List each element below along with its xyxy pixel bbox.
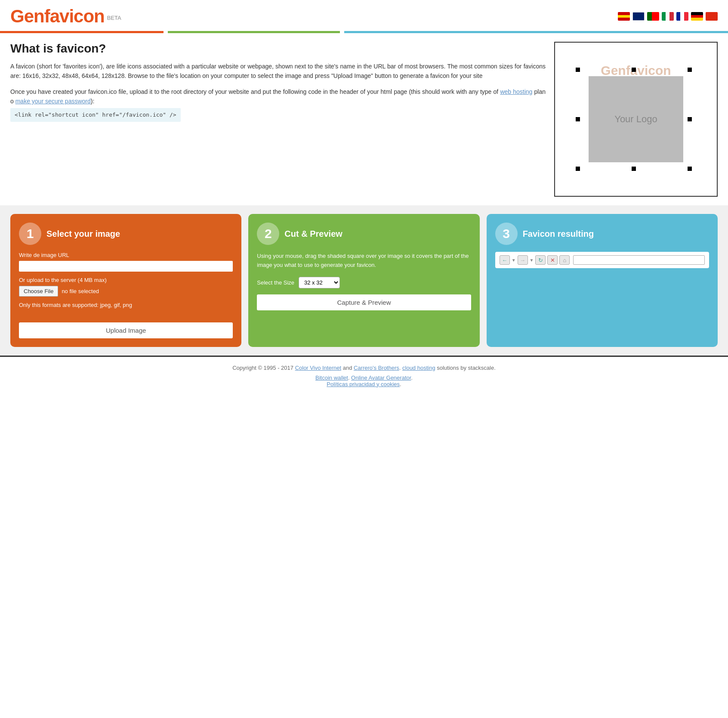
flag-cn[interactable] xyxy=(706,12,718,21)
handle-tr[interactable] xyxy=(688,68,692,72)
intro-paragraph1: A favicon (short for 'favorites icon'), … xyxy=(10,62,546,81)
steps-section: 1 Select your image Write de image URL O… xyxy=(0,205,728,356)
handle-bc[interactable] xyxy=(632,167,636,171)
step-2-title: Cut & Preview xyxy=(284,229,342,239)
handle-tl[interactable] xyxy=(576,68,580,72)
step-3-title: Favicon resulting xyxy=(523,229,594,239)
choose-file-button[interactable]: Choose File xyxy=(19,286,58,297)
intro-section: What is favicon? A favicon (short for 'f… xyxy=(10,42,546,197)
footer-suffix: solutions by stackscale. xyxy=(435,365,496,371)
language-flags xyxy=(618,12,718,21)
bar-orange xyxy=(0,31,163,33)
step-2-number: 2 xyxy=(257,223,279,245)
preview-box: Genfavicon Your Logo xyxy=(554,42,718,197)
flag-fr[interactable] xyxy=(676,12,688,21)
browser-refresh-button[interactable]: ↻ xyxy=(535,255,546,265)
upload-image-button[interactable]: Upload Image xyxy=(19,322,233,338)
handle-br[interactable] xyxy=(688,167,692,171)
step-3-header: 3 Favicon resulting xyxy=(495,223,709,245)
intro-p2-before: Once you have created your favicon.ico f… xyxy=(10,88,500,95)
web-hosting-link[interactable]: web hosting xyxy=(500,88,532,95)
browser-bar: ← ▼ → ▼ ↻ ✕ ⌂ xyxy=(495,252,709,268)
bar-blue xyxy=(344,31,728,33)
intro-paragraph2: Once you have created your favicon.ico f… xyxy=(10,87,546,122)
back-dropdown-icon[interactable]: ▼ xyxy=(512,258,516,263)
logo-beta: BETA xyxy=(107,15,121,21)
browser-home-button[interactable]: ⌂ xyxy=(559,255,570,265)
url-input[interactable] xyxy=(19,261,233,272)
footer-and: and xyxy=(341,365,354,371)
format-note: Only this formats are supported: jpeg, g… xyxy=(19,301,233,309)
step-2-description: Using your mouse, drag the shaded square… xyxy=(257,252,471,270)
copyright-text: Copyright © 1995 - 2017 xyxy=(232,365,295,371)
footer-links: Bitcoin wallet. Online Avatar Generator.… xyxy=(10,374,718,387)
flag-es[interactable] xyxy=(618,12,630,21)
footer-dot4: . xyxy=(400,381,401,387)
flag-pt[interactable] xyxy=(647,12,659,21)
footer-link-bitcoin[interactable]: Bitcoin wallet xyxy=(315,374,348,381)
url-label: Write de image URL xyxy=(19,252,233,258)
logo: GenfaviconBETA xyxy=(10,6,121,27)
browser-back-button[interactable]: ← xyxy=(500,255,510,265)
footer-dot1: . xyxy=(399,365,402,371)
flag-en[interactable] xyxy=(632,12,645,21)
size-select[interactable]: 16 x 16 32 x 32 48 x 48 64 x 64 128 x 12… xyxy=(299,277,340,288)
step-1-number: 1 xyxy=(19,223,41,245)
size-label: Select the Size xyxy=(257,279,294,286)
header: GenfaviconBETA xyxy=(0,0,728,27)
forward-dropdown-icon[interactable]: ▼ xyxy=(530,258,534,263)
size-row: Select the Size 16 x 16 32 x 32 48 x 48 … xyxy=(257,277,471,288)
handle-ml[interactable] xyxy=(576,117,580,121)
handle-mr[interactable] xyxy=(688,117,692,121)
browser-address-bar[interactable] xyxy=(573,255,705,265)
flag-de[interactable] xyxy=(691,12,703,21)
password-link[interactable]: make your secure password xyxy=(15,98,91,105)
step-1-title: Select your image xyxy=(46,229,120,239)
footer-link-avatar[interactable]: Online Avatar Generator xyxy=(351,374,411,381)
footer-copyright: Copyright © 1995 - 2017 Color Vivo Inter… xyxy=(10,365,718,371)
logo-text: Genfavicon xyxy=(10,6,105,26)
color-bars xyxy=(0,31,728,33)
step-3-number: 3 xyxy=(495,223,518,245)
step-3-card: 3 Favicon resulting ← ▼ → ▼ ↻ ✕ ⌂ xyxy=(487,214,718,347)
footer-link-carreros[interactable]: Carrero's Brothers xyxy=(354,365,399,371)
main-content: What is favicon? A favicon (short for 'f… xyxy=(0,33,728,205)
footer-link-cloud[interactable]: cloud hosting xyxy=(402,365,435,371)
handle-tc[interactable] xyxy=(632,68,636,72)
code-snippet: <link rel="shortcut icon" href="/favicon… xyxy=(10,108,181,122)
crop-overlay[interactable] xyxy=(576,68,692,171)
footer: Copyright © 1995 - 2017 Color Vivo Inter… xyxy=(0,356,728,395)
upload-label: Or upload to the server (4 MB max) xyxy=(19,277,233,283)
handle-bl[interactable] xyxy=(576,167,580,171)
capture-preview-button[interactable]: Capture & Preview xyxy=(257,294,471,310)
intro-heading: What is favicon? xyxy=(10,42,546,56)
file-row: Choose File no file selected xyxy=(19,286,233,297)
intro-p2-after: ): xyxy=(91,98,95,105)
step-1-header: 1 Select your image xyxy=(19,223,233,245)
footer-link-colorvivo[interactable]: Color Vivo Internet xyxy=(295,365,341,371)
no-file-text: no file selected xyxy=(62,288,99,294)
footer-link-privacy[interactable]: Políticas privacidad y cookies xyxy=(327,381,400,387)
flag-it[interactable] xyxy=(662,12,674,21)
browser-stop-button[interactable]: ✕ xyxy=(547,255,558,265)
step-2-header: 2 Cut & Preview xyxy=(257,223,471,245)
browser-forward-button[interactable]: → xyxy=(518,255,528,265)
step-1-card: 1 Select your image Write de image URL O… xyxy=(10,214,241,347)
preview-inner: Genfavicon Your Logo xyxy=(571,59,700,180)
footer-dot3: . xyxy=(411,374,413,381)
step-2-card: 2 Cut & Preview Using your mouse, drag t… xyxy=(248,214,479,347)
bar-green xyxy=(168,31,340,33)
